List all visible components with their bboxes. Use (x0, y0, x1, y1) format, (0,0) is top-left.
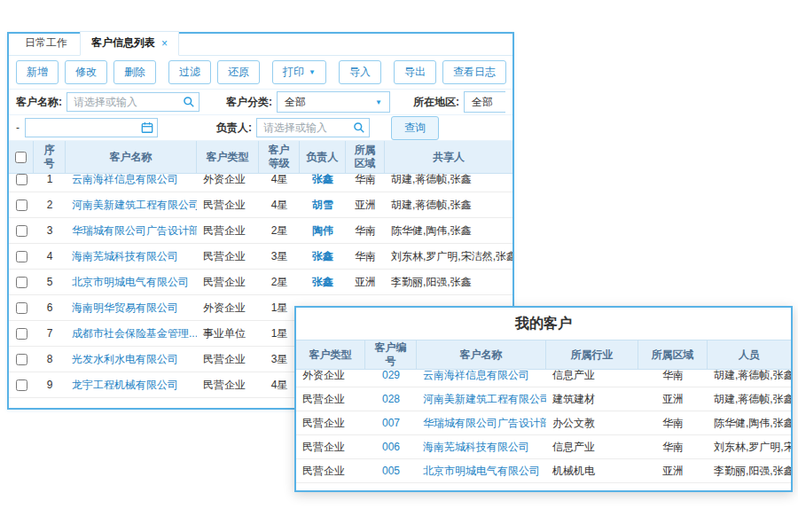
customer-name-link[interactable]: 云南海祥信息有限公司 (417, 364, 546, 387)
cell-industry: 办公文教 (546, 411, 638, 435)
my-customers-table: 客户类型 客户编号 客户名称 所属行业 所属区域 人员 外资企业 029 云南海… (296, 340, 791, 483)
cell-type: 外资企业 (296, 364, 365, 387)
row-checkbox[interactable] (16, 302, 27, 314)
cell-industry: 机械机电 (546, 459, 638, 483)
cell-level: 2星 (259, 218, 300, 244)
customer-name-link[interactable]: 光发水利水电有限公司 (66, 347, 197, 372)
owner-link[interactable]: 胡雪 (300, 192, 346, 218)
row-checkbox[interactable] (16, 200, 27, 211)
customer-name-link[interactable]: 河南美新建筑工程有限公司 (66, 192, 197, 218)
cell-type: 民营企业 (197, 192, 259, 218)
customer-name-label: 客户名称: (16, 95, 62, 110)
owner-link[interactable]: 张鑫 (300, 244, 346, 270)
customer-name-link[interactable]: 成都市社会保险基金管理... (66, 321, 197, 347)
cell-no: 8 (34, 347, 66, 372)
cell-region: 华南 (346, 218, 385, 244)
delete-button[interactable]: 删除 (113, 60, 156, 84)
district-select[interactable]: 全部 (464, 91, 505, 113)
cell-shared: 陈华健,陶伟,张鑫 (385, 218, 512, 244)
cell-region: 华南 (346, 244, 385, 270)
row-checkbox[interactable] (16, 379, 27, 391)
owner-link[interactable]: 张鑫 (300, 167, 346, 192)
cell-shared: 刘东林,罗广明,宋洁然,张鑫 (385, 244, 512, 270)
row-checkbox[interactable] (16, 174, 27, 185)
owner-link[interactable]: 张鑫 (300, 270, 346, 295)
cell-type: 外资企业 (197, 167, 259, 192)
cell-level: 4星 (259, 192, 300, 218)
customer-name-link[interactable]: 海南芜城科技有限公司 (417, 435, 546, 459)
customer-code-link[interactable]: 029 (365, 364, 417, 387)
cell-no: 6 (34, 295, 66, 321)
select-all-checkbox[interactable] (15, 152, 27, 163)
owner-link[interactable]: 陶伟 (300, 218, 346, 244)
export-button[interactable]: 导出 (394, 60, 436, 84)
cell-type: 外资企业 (197, 295, 259, 321)
cell-no: 7 (34, 321, 66, 347)
row-checkbox[interactable] (16, 328, 27, 340)
edit-button[interactable]: 修改 (65, 60, 107, 84)
cell-no: 5 (34, 270, 66, 295)
row-checkbox[interactable] (16, 277, 27, 288)
cell-region: 亚洲 (346, 192, 385, 218)
cell-no: 4 (34, 244, 66, 270)
owner-field (256, 118, 370, 137)
select-value: 全部 (285, 95, 306, 110)
customer-name-link[interactable]: 北京市明城电气有限公司 (66, 270, 197, 295)
date-range-separator: - (16, 121, 20, 134)
customer-code-link[interactable]: 007 (365, 411, 417, 435)
calendar-icon[interactable] (141, 121, 153, 134)
cell-shared: 胡建,蒋德帧,张鑫 (385, 167, 512, 192)
cell-level: 2星 (259, 270, 300, 295)
cell-type: 民营企业 (296, 411, 365, 435)
restore-button[interactable]: 还原 (217, 60, 260, 84)
customer-name-link[interactable]: 华瑞城有限公司广告设计部 (66, 218, 197, 244)
toolbar: 新增 修改 删除 过滤 还原 打印 ▼ 导入 导出 查看日志 (9, 56, 512, 90)
print-button[interactable]: 打印 ▼ (272, 60, 326, 84)
filter-button[interactable]: 过滤 (168, 60, 211, 84)
chevron-down-icon: ▼ (375, 98, 382, 106)
cell-type: 民营企业 (296, 435, 365, 459)
add-button[interactable]: 新增 (16, 60, 59, 84)
row-checkbox[interactable] (16, 354, 27, 365)
cell-type: 民营企业 (197, 347, 259, 372)
filter-row-1: 客户名称: 客户分类: 全部 ▼ 所在地区: 全部 (9, 90, 512, 115)
search-icon[interactable] (183, 96, 195, 108)
customer-code-link[interactable]: 005 (365, 459, 417, 483)
close-icon[interactable]: × (161, 37, 168, 50)
cell-level: 4星 (259, 167, 300, 192)
customer-name-link[interactable]: 华瑞城有限公司广告设计部 (417, 411, 546, 435)
query-button[interactable]: 查询 (391, 116, 439, 140)
chevron-down-icon: ▼ (309, 68, 316, 76)
row-checkbox[interactable] (16, 225, 27, 237)
tab-label: 客户信息列表 (91, 35, 155, 51)
customer-name-link[interactable]: 海南芜城科技有限公司 (66, 244, 197, 270)
cell-people: 胡建,蒋德帧,张鑫 (708, 387, 791, 411)
customer-name-link[interactable]: 龙宇工程机械有限公司 (66, 372, 197, 398)
customer-category-select[interactable]: 全部 ▼ (277, 91, 390, 113)
customer-code-link[interactable]: 006 (365, 435, 417, 459)
cell-no: 9 (34, 372, 66, 398)
cell-type: 民营企业 (197, 218, 259, 244)
customer-name-link[interactable]: 河南美新建筑工程有限公司 (417, 387, 546, 411)
cell-type: 事业单位 (197, 321, 259, 347)
customer-code-link[interactable]: 028 (365, 387, 417, 411)
view-log-button[interactable]: 查看日志 (442, 60, 506, 84)
customer-name-field (66, 92, 200, 112)
customer-name-link[interactable]: 北京市明城电气有限公司 (417, 459, 546, 483)
row-checkbox[interactable] (16, 251, 27, 262)
search-icon[interactable] (353, 121, 365, 134)
cell-region: 华南 (638, 435, 708, 459)
date-input[interactable] (25, 118, 158, 137)
cell-type: 民营企业 (296, 459, 365, 483)
cell-type: 民营企业 (296, 387, 365, 411)
customer-name-link[interactable]: 海南明华贸易有限公司 (66, 295, 197, 321)
cell-no: 2 (34, 192, 66, 218)
cell-level: 3星 (259, 244, 300, 270)
customer-name-input[interactable] (66, 92, 200, 112)
customer-name-link[interactable]: 云南海祥信息有限公司 (66, 167, 197, 192)
tab-daily-work[interactable]: 日常工作 (14, 32, 78, 55)
cell-region: 亚洲 (638, 387, 708, 411)
cell-people: 陈华健,陶伟,张鑫 (708, 411, 791, 435)
tab-customer-list[interactable]: 客户信息列表 × (80, 31, 179, 56)
import-button[interactable]: 导入 (339, 60, 381, 84)
